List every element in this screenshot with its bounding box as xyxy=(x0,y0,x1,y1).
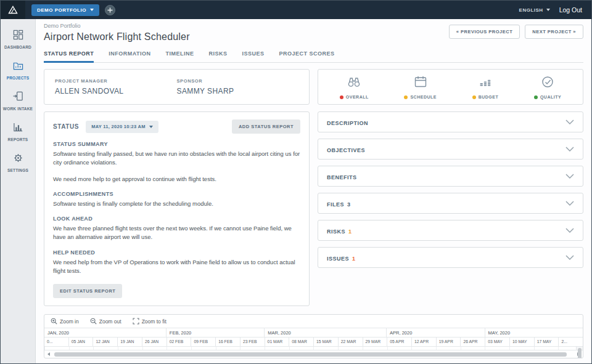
logout-link[interactable]: Log Out xyxy=(559,6,582,14)
accordion-label: ISSUES xyxy=(327,256,349,262)
zoom-to-fit-button[interactable]: Zoom to fit xyxy=(133,318,166,325)
month-header-cell: JAN, 2020 xyxy=(44,328,166,337)
zoom-out-button[interactable]: Zoom out xyxy=(90,318,121,325)
health-item-schedule[interactable]: SCHEDULE xyxy=(404,75,437,99)
acuity-logo-icon xyxy=(1,1,25,19)
sponsor-label: SPONSOR xyxy=(177,78,299,84)
sidebar-item-settings[interactable]: SETTINGS xyxy=(1,147,35,178)
next-project-button[interactable]: NEXT PROJECT » xyxy=(525,25,583,39)
sidebar-item-dashboard[interactable]: DASHBOARD xyxy=(1,24,35,55)
edit-status-report-button[interactable]: EDIT STATUS REPORT xyxy=(53,284,122,298)
status-title: STATUS xyxy=(53,123,79,130)
week-header-cell: 26 JAN xyxy=(142,338,166,346)
health-label: BUDGET xyxy=(479,95,499,99)
accordion-item-benefits[interactable]: BENEFITS xyxy=(318,166,583,187)
scroll-left-arrow[interactable] xyxy=(44,350,53,358)
team-card: PROJECT MANAGER ALLEN SANDOVAL SPONSOR S… xyxy=(44,69,310,105)
sidebar-item-label: DASHBOARD xyxy=(4,45,31,49)
health-item-budget[interactable]: BUDGET xyxy=(472,75,499,99)
calendar-icon xyxy=(413,75,428,92)
zoom-in-icon xyxy=(51,318,57,325)
sidebar: DASHBOARD PROJECTS WORK INTAKE REPORTS S… xyxy=(1,19,36,363)
tab-issues[interactable]: ISSUES xyxy=(242,47,265,63)
add-portfolio-button[interactable] xyxy=(105,5,115,15)
section-paragraph: Software testing is finally complete for… xyxy=(53,200,300,208)
tab-status-report[interactable]: STATUS REPORT xyxy=(44,47,94,63)
timeline-chart-body: Total Project xyxy=(44,346,583,350)
accordion-item-description[interactable]: DESCRIPTION xyxy=(318,111,583,132)
status-dot xyxy=(340,95,343,99)
vertical-scrollbar[interactable] xyxy=(576,347,583,350)
week-header-cell: 29 MAR xyxy=(363,338,387,346)
previous-project-button[interactable]: « PREVIOUS PROJECT xyxy=(449,25,520,39)
sidebar-item-reports[interactable]: REPORTS xyxy=(1,116,35,147)
timeline-month-header: JAN, 2020 FEB, 2020 MAR, 2020 APR, 2020 … xyxy=(44,328,583,337)
accordion-item-files[interactable]: FILES3 xyxy=(318,193,583,214)
accordion-item-risks[interactable]: RISKS1 xyxy=(318,220,583,241)
health-label: SCHEDULE xyxy=(410,95,437,99)
accordion-label: FILES xyxy=(327,201,344,208)
plus-icon xyxy=(107,7,113,13)
chevron-down-icon xyxy=(90,9,94,11)
sidebar-item-projects[interactable]: PROJECTS xyxy=(1,55,35,86)
status-dot xyxy=(534,95,538,99)
week-header-cell: 05 JAN xyxy=(68,338,93,346)
accordion-label: RISKS xyxy=(327,229,345,235)
status-date-dropdown[interactable]: MAY 11, 2020 10:23 AM xyxy=(86,121,158,133)
add-status-report-button[interactable]: ADD STATUS REPORT xyxy=(232,119,300,134)
accordion-label: OBJECTIVES xyxy=(327,147,365,153)
breadcrumb[interactable]: Demo Portfolio xyxy=(44,23,190,29)
status-date-label: MAY 11, 2020 10:23 AM xyxy=(91,124,146,129)
projects-icon xyxy=(13,60,23,73)
week-header-cell: 22 MAR xyxy=(338,338,363,346)
sidebar-item-work-intake[interactable]: WORK INTAKE xyxy=(1,86,35,116)
reports-icon xyxy=(13,122,23,135)
project-manager-block: PROJECT MANAGER ALLEN SANDOVAL xyxy=(55,78,177,95)
zoom-in-button[interactable]: Zoom in xyxy=(51,318,79,325)
page-header: Demo Portfolio Airport Network Flight Sc… xyxy=(44,23,583,42)
accordion-item-issues[interactable]: ISSUES1 xyxy=(318,247,583,268)
sidebar-item-label: PROJECTS xyxy=(7,76,30,80)
tab-risks[interactable]: RISKS xyxy=(209,47,228,63)
sponsor-block: SPONSOR SAMMY SHARP xyxy=(177,78,299,95)
sidebar-item-label: SETTINGS xyxy=(7,168,28,172)
chevron-down-icon xyxy=(565,147,574,152)
week-header-cell: 01 MAR xyxy=(265,338,289,346)
portfolio-selector[interactable]: DEMO PORTFOLIO xyxy=(31,4,99,16)
tab-information[interactable]: INFORMATION xyxy=(109,47,150,63)
week-header-cell: 26 APR xyxy=(460,338,485,346)
health-item-quality[interactable]: QUALITY xyxy=(534,75,561,99)
tab-timeline[interactable]: TIMELINE xyxy=(166,47,194,63)
status-report-header: STATUS MAY 11, 2020 10:23 AM ADD STATUS … xyxy=(53,119,300,134)
timeline-week-header: 0... 05 JAN 12 JAN 19 JAN 26 JAN 02 FEB … xyxy=(44,337,583,346)
section-paragraph: Software testing finally passed, but we … xyxy=(53,150,300,168)
section-heading: HELP NEEDED xyxy=(53,249,300,256)
vertical-scrollbar-thumb[interactable] xyxy=(578,348,582,358)
main-content: Demo Portfolio Airport Network Flight Sc… xyxy=(36,19,591,363)
timeline-panel: Zoom in Zoom out Zoom to fit JAN, 2020 F… xyxy=(44,314,583,358)
status-section-accomplishments: ACCOMPLISHMENTS Software testing is fina… xyxy=(53,191,300,208)
topbar-right: ENGLISH Log Out xyxy=(519,6,591,14)
accordion: DESCRIPTION OBJECTIVES BENEFITS FILES3 xyxy=(318,111,583,268)
zoom-to-fit-icon xyxy=(133,318,139,325)
horizontal-scrollbar-thumb[interactable] xyxy=(54,352,567,357)
section-paragraph: We need help from the VP of Operations t… xyxy=(53,258,300,276)
language-selector[interactable]: ENGLISH xyxy=(519,7,550,13)
sidebar-item-label: REPORTS xyxy=(8,137,28,142)
week-header-cell: 12 APR xyxy=(411,338,436,346)
week-header-cell: 03 MAY xyxy=(485,338,509,346)
chevron-down-icon xyxy=(546,9,550,11)
accordion-item-objectives[interactable]: OBJECTIVES xyxy=(318,139,583,160)
chevron-down-icon xyxy=(565,174,574,179)
horizontal-scrollbar-track[interactable] xyxy=(53,350,574,358)
week-header-cell: 2... xyxy=(558,338,583,346)
section-heading: STATUS SUMMARY xyxy=(53,141,300,147)
binoculars-icon xyxy=(347,75,361,92)
horizontal-scrollbar[interactable] xyxy=(44,350,583,358)
chevron-down-icon xyxy=(565,255,574,260)
tab-project-scores[interactable]: PROJECT SCORES xyxy=(279,47,335,63)
week-header-cell: 0... xyxy=(44,338,68,346)
month-header-cell: MAY, 2020 xyxy=(485,328,583,337)
quality-check-icon xyxy=(540,75,555,92)
health-item-overall[interactable]: OVERALL xyxy=(340,75,369,99)
